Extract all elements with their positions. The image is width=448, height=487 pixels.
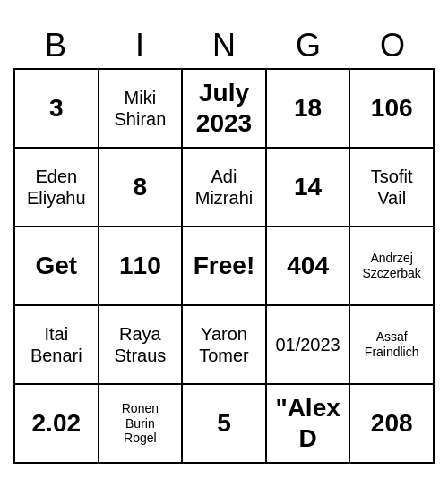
cell-r2-c3: 404 xyxy=(267,227,351,306)
cell-r0-c1: Miki Shiran xyxy=(99,70,184,149)
cell-r3-c3: 01/2023 xyxy=(267,306,351,385)
bingo-header: B I N G O xyxy=(13,23,435,68)
header-n: N xyxy=(182,23,266,68)
cell-r2-c2: Free! xyxy=(183,227,267,306)
cell-r1-c2: Adi Mizrahi xyxy=(183,149,267,227)
cell-r2-c4: Andrzej Szczerbak xyxy=(350,227,435,306)
bingo-card: B I N G O 3Miki ShiranJuly 202318106Eden… xyxy=(13,23,435,464)
header-o: O xyxy=(350,23,435,68)
cell-r4-c4: 208 xyxy=(350,385,435,464)
header-g: G xyxy=(266,23,350,68)
cell-r4-c2: 5 xyxy=(183,385,267,464)
cell-r1-c1: 8 xyxy=(99,149,184,227)
cell-r3-c0: Itai Benari xyxy=(15,306,99,385)
header-b: B xyxy=(13,23,98,68)
cell-r0-c3: 18 xyxy=(267,70,351,149)
cell-r1-c4: Tsofit Vail xyxy=(350,149,435,227)
cell-r3-c1: Raya Straus xyxy=(99,306,184,385)
cell-r3-c4: Assaf Fraindlich xyxy=(350,306,435,385)
cell-r4-c3: "Alex D xyxy=(267,385,351,464)
cell-r3-c2: Yaron Tomer xyxy=(183,306,267,385)
cell-r2-c1: 110 xyxy=(99,227,184,306)
cell-r4-c1: Ronen Burin Rogel xyxy=(99,385,184,464)
header-i: I xyxy=(98,23,182,68)
cell-r0-c2: July 2023 xyxy=(183,70,267,149)
cell-r4-c0: 2.02 xyxy=(15,385,99,464)
bingo-grid: 3Miki ShiranJuly 202318106Eden Eliyahu8A… xyxy=(13,68,435,464)
cell-r1-c0: Eden Eliyahu xyxy=(15,149,99,227)
cell-r0-c4: 106 xyxy=(350,70,435,149)
cell-r1-c3: 14 xyxy=(267,149,351,227)
cell-r0-c0: 3 xyxy=(15,70,99,149)
cell-r2-c0: Get xyxy=(15,227,99,306)
